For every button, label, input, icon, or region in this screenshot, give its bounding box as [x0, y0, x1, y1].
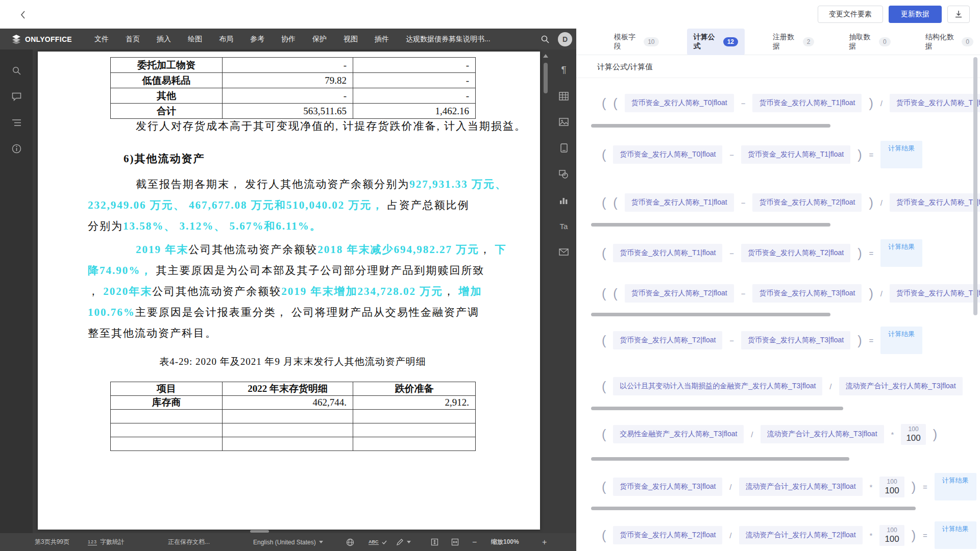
menu-item[interactable]: 绘图 — [188, 35, 202, 44]
highlighted-text: 232,949.06 万元、 467,677.08 万元和510,040.02 … — [88, 199, 384, 211]
field-chip[interactable]: 货币资金_发行人简称_T2|float — [752, 193, 862, 212]
result-chip[interactable]: 计算结果 — [935, 521, 976, 549]
scroll-up-icon[interactable] — [543, 54, 548, 58]
page-indicator[interactable]: 第3页共99页 — [35, 533, 69, 551]
operator: − — [741, 99, 746, 108]
about-icon[interactable] — [9, 141, 24, 156]
spellcheck-icon[interactable]: ABC — [369, 533, 387, 551]
formula-hscroll-thumb[interactable] — [591, 223, 830, 227]
doc-hscroll-thumb[interactable] — [250, 530, 269, 533]
formula-hscroll-thumb[interactable] — [591, 407, 843, 410]
mail-merge-icon[interactable] — [556, 244, 572, 260]
set-language-icon[interactable] — [346, 533, 354, 551]
constant-chip[interactable]: 100100 — [901, 424, 925, 445]
tab-注册数据[interactable]: 注册数据2 — [766, 29, 821, 55]
navigation-icon[interactable] — [9, 115, 24, 130]
field-chip[interactable]: 货币资金_发行人简称_T2|float — [613, 526, 722, 544]
result-chip[interactable]: 计算结果 — [880, 327, 922, 354]
change-file-elements-button[interactable]: 变更文件要素 — [818, 6, 883, 23]
menu-item[interactable]: 视图 — [344, 35, 358, 44]
update-data-button[interactable]: 更新数据 — [889, 6, 942, 23]
menu-item[interactable]: 插件 — [375, 35, 389, 44]
menu-item[interactable]: 达观数据债券募集说明书... — [406, 35, 491, 44]
download-button[interactable] — [947, 6, 970, 23]
table-settings-icon[interactable] — [556, 88, 572, 104]
table-cell: 委托加工物资 — [111, 58, 223, 73]
menu-item[interactable]: 布局 — [219, 35, 233, 44]
result-chip[interactable]: 计算结果 — [880, 239, 922, 267]
tab-label: 模板字段 — [614, 33, 639, 51]
zoom-level[interactable]: 缩放100% — [491, 533, 519, 551]
result-chip[interactable]: 计算结果 — [880, 141, 922, 168]
document-page[interactable]: 委托加工物资--低值易耗品79.82-其他--合计563,511.651,462… — [38, 52, 540, 530]
plain-text: 公司其他流动资产余额较 — [152, 285, 281, 297]
field-chip[interactable]: 流动资产合计_发行人简称_T3|float — [761, 425, 884, 443]
headers-footers-icon[interactable] — [556, 140, 572, 156]
menu-item[interactable]: 保护 — [312, 35, 327, 44]
paragraph-settings-icon[interactable]: ¶ — [556, 62, 572, 78]
field-chip[interactable]: 货币资金_发行人简称_T1|float — [625, 193, 734, 212]
tab-结构化数据[interactable]: 结构化数据0 — [919, 29, 980, 55]
field-chip[interactable]: 货币资金_发行人简称_T3|float — [613, 478, 722, 496]
zoom-in-button[interactable]: + — [542, 533, 547, 551]
field-chip[interactable]: 流动资产合计_发行人简称_T3|float — [839, 377, 963, 395]
constant-chip[interactable]: 100100 — [879, 525, 904, 546]
field-chip[interactable]: 交易性金融资产_发行人简称_T3|float — [613, 425, 744, 443]
doc-vscroll-thumb[interactable] — [544, 63, 548, 93]
field-chip[interactable]: 货币资金_发行人简称_T2|float — [741, 244, 850, 262]
chart-settings-icon[interactable] — [556, 192, 572, 208]
field-chip[interactable]: 货币资金_发行人简称_T0|float — [625, 94, 734, 112]
comments-icon[interactable] — [9, 89, 24, 104]
menu-item[interactable]: 参考 — [250, 35, 264, 44]
formula-hscroll-thumb[interactable] — [591, 313, 830, 316]
left-sidebar — [0, 49, 33, 533]
word-count[interactable]: 123 字數統計 — [88, 533, 125, 551]
field-chip[interactable]: 货币资金_发行人简称_T1|float — [752, 94, 862, 112]
track-changes-icon[interactable] — [396, 533, 411, 551]
image-settings-icon[interactable] — [556, 114, 572, 130]
formula-hscroll-thumb[interactable] — [591, 507, 916, 510]
tab-count-badge: 10 — [644, 37, 658, 46]
field-chip[interactable]: 以公计且其变动计入当期损益的金融资产_发行人简称_T3|float — [613, 377, 822, 395]
tab-抽取数据[interactable]: 抽取数据0 — [842, 29, 897, 55]
menu-item[interactable]: 协作 — [281, 35, 296, 44]
menu-item[interactable]: 首页 — [126, 35, 140, 44]
field-chip[interactable]: 流动资产合计_发行人简称_T2|float — [739, 526, 863, 544]
avatar[interactable]: D — [558, 32, 572, 46]
tab-计算公式[interactable]: 计算公式12 — [687, 29, 745, 55]
field-chip[interactable]: 货币资金_发行人简称_T1|float — [890, 94, 980, 112]
table-row: 库存商462,744.2,912. — [111, 396, 476, 410]
find-icon[interactable] — [9, 63, 24, 78]
field-chip[interactable]: 货币资金_发行人简称_T3|float — [890, 284, 980, 303]
zoom-out-button[interactable]: − — [472, 533, 477, 551]
field-chip[interactable]: 货币资金_发行人简称_T1|float — [613, 244, 722, 262]
formula-hscroll-thumb[interactable] — [591, 124, 830, 128]
tab-count-badge: 0 — [879, 37, 891, 46]
tab-模板字段[interactable]: 模板字段10 — [607, 29, 666, 55]
operator: = — [923, 531, 927, 540]
language-selector[interactable]: English (United States) — [253, 533, 323, 551]
menu-item[interactable]: 文件 — [94, 35, 109, 44]
field-chip[interactable]: 货币资金_发行人简称_T3|float — [741, 331, 850, 349]
fit-page-icon[interactable] — [431, 533, 438, 551]
back-icon[interactable] — [17, 9, 30, 21]
field-chip[interactable]: 货币资金_发行人简称_T1|float — [741, 145, 850, 164]
doc-vertical-scrollbar[interactable] — [540, 49, 551, 533]
plain-text: 分别为 — [88, 220, 123, 232]
formula-hscroll-thumb[interactable] — [591, 457, 849, 461]
panel-vscroll-thumb[interactable] — [973, 57, 977, 315]
menu-item[interactable]: 插入 — [157, 35, 171, 44]
field-chip[interactable]: 货币资金_发行人简称_T2|float — [613, 331, 722, 349]
shape-settings-icon[interactable] — [556, 166, 572, 182]
search-icon[interactable] — [541, 35, 550, 44]
constant-chip[interactable]: 100100 — [879, 477, 904, 497]
field-chip[interactable]: 货币资金_发行人简称_T3|float — [752, 284, 862, 303]
field-chip[interactable]: 货币资金_发行人简称_T2|float — [890, 193, 980, 212]
divider — [576, 78, 980, 78]
field-chip[interactable]: 货币资金_发行人简称_T0|float — [613, 145, 722, 164]
field-chip[interactable]: 流动资产合计_发行人简称_T3|float — [739, 478, 863, 496]
textart-settings-icon[interactable]: Ta — [556, 218, 572, 234]
field-chip[interactable]: 货币资金_发行人简称_T2|float — [625, 284, 734, 303]
fit-width-icon[interactable] — [451, 533, 459, 551]
result-chip[interactable]: 计算结果 — [935, 473, 976, 500]
